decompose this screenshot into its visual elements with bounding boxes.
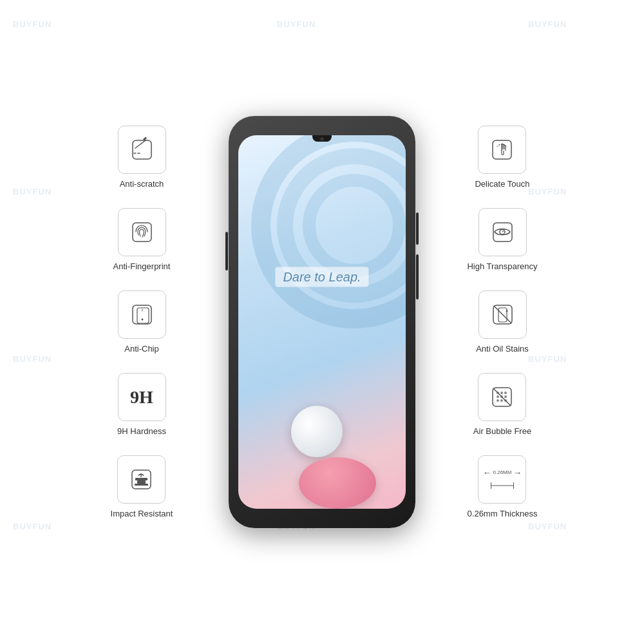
svg-line-1 <box>135 140 146 148</box>
main-container: Anti-scratch Anti-Fingerprint <box>0 0 644 644</box>
power-button <box>416 213 419 245</box>
svg-line-34 <box>493 388 511 406</box>
svg-rect-10 <box>135 478 147 480</box>
thickness-lines-icon <box>486 479 518 492</box>
chip-icon <box>128 300 156 329</box>
svg-rect-6 <box>137 308 149 323</box>
arrow-left-icon: ← <box>483 468 492 478</box>
svg-point-28 <box>497 395 499 398</box>
svg-point-30 <box>504 395 507 398</box>
scratch-icon <box>128 135 156 164</box>
feature-impact-resistant: Impact Resistant <box>111 455 173 518</box>
features-left: Anti-scratch Anti-Fingerprint <box>77 126 206 518</box>
svg-point-31 <box>497 399 499 402</box>
svg-rect-12 <box>135 484 148 486</box>
oil-stain-icon <box>488 300 517 329</box>
svg-line-23 <box>494 306 511 323</box>
anti-chip-label: Anti-Chip <box>124 344 158 354</box>
anti-fingerprint-label: Anti-Fingerprint <box>113 261 171 271</box>
volume-button-right <box>416 254 419 299</box>
screen-tagline: Dare to Leap. <box>275 267 368 287</box>
feature-anti-chip: Anti-Chip <box>118 290 166 354</box>
svg-point-22 <box>506 310 507 312</box>
delicate-touch-icon-box <box>478 126 526 174</box>
feature-anti-fingerprint: Anti-Fingerprint <box>113 208 171 271</box>
phone-screen: Dare to Leap. <box>238 135 406 509</box>
impact-resistant-label: Impact Resistant <box>111 509 173 518</box>
bubble-icon <box>488 383 516 412</box>
9h-text: 9H <box>130 387 153 408</box>
svg-point-32 <box>500 399 503 402</box>
high-transparency-icon-box <box>478 208 527 256</box>
phone-camera <box>320 137 324 141</box>
svg-point-26 <box>500 392 503 394</box>
touch-icon <box>488 135 516 164</box>
thickness-icon-box: ← 0.26MM → <box>478 455 526 504</box>
fingerprint-icon <box>128 218 156 247</box>
air-bubble-free-icon-box <box>478 373 526 421</box>
svg-point-18 <box>500 229 505 234</box>
feature-thickness: ← 0.26MM → 0.26mm Thickness <box>468 455 538 518</box>
feature-anti-scratch: Anti-scratch <box>118 126 166 189</box>
anti-oil-stains-icon-box <box>478 290 527 339</box>
air-bubble-free-label: Air Bubble Free <box>473 426 531 436</box>
arrow-right-icon: → <box>513 468 522 478</box>
svg-point-19 <box>502 231 504 232</box>
feature-high-transparency: High Transparency <box>467 208 537 271</box>
anti-oil-stains-label: Anti Oil Stains <box>476 344 529 354</box>
svg-point-7 <box>141 319 143 321</box>
anti-chip-icon-box <box>118 290 166 339</box>
svg-point-27 <box>504 392 507 394</box>
anti-scratch-icon-box <box>118 126 166 174</box>
svg-rect-11 <box>137 480 146 484</box>
feature-anti-oil-stains: Anti Oil Stains <box>476 290 529 354</box>
impact-icon <box>127 465 156 494</box>
thickness-value-inner: 0.26MM <box>493 469 512 475</box>
9h-hardness-icon-box: 9H <box>118 373 166 421</box>
screen-ball-white <box>291 406 343 457</box>
screen-decoration-3 <box>303 174 406 277</box>
feature-delicate-touch: Delicate Touch <box>475 126 529 189</box>
phone-container: Dare to Leap. <box>219 103 425 541</box>
impact-resistant-icon-box <box>117 455 166 504</box>
feature-air-bubble-free: Air Bubble Free <box>473 373 531 436</box>
feature-9h-hardness: 9H 9H Hardness <box>117 373 166 436</box>
phone-outer: Dare to Leap. <box>229 116 415 528</box>
delicate-touch-label: Delicate Touch <box>475 179 529 189</box>
eye-icon <box>488 218 517 247</box>
volume-button <box>225 232 228 270</box>
high-transparency-label: High Transparency <box>467 261 537 271</box>
screen-ball-pink <box>299 457 376 509</box>
anti-scratch-label: Anti-scratch <box>120 179 164 189</box>
9h-hardness-label: 9H Hardness <box>117 426 166 436</box>
thickness-label: 0.26mm Thickness <box>468 509 538 518</box>
features-right: Delicate Touch High Transparency <box>438 126 567 518</box>
anti-fingerprint-icon-box <box>118 208 166 256</box>
screen-content: Dare to Leap. <box>238 135 406 509</box>
thickness-arrows: ← 0.26MM → <box>483 468 522 478</box>
